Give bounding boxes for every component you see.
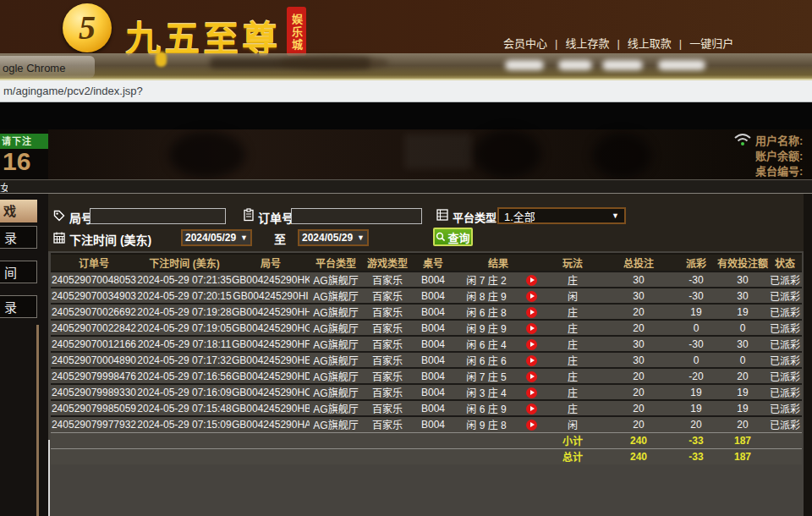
date-to-value: 2024/05/29 bbox=[302, 232, 353, 244]
table-row: 240529079985059 2024-05-29 07:15:48 GB00… bbox=[51, 400, 802, 416]
blurred-text bbox=[505, 60, 544, 70]
col-order-no: 订单号 bbox=[51, 254, 137, 272]
bet-records-table: 订单号 下注时间 (美东) 局号 平台类型 游戏类型 桌号 结果 玩法 总投注 … bbox=[51, 253, 802, 464]
cell-play-type: 闲 bbox=[543, 416, 602, 432]
cell-bet-time: 2024-05-29 07:16:56 bbox=[137, 368, 232, 384]
nav-online-withdraw[interactable]: 线上取款 bbox=[628, 37, 672, 50]
replay-play-icon[interactable] bbox=[526, 371, 537, 382]
cell-bet-time: 2024-05-29 07:16:09 bbox=[137, 384, 232, 400]
sidebar-tab-active[interactable]: 戏 bbox=[0, 200, 37, 222]
cell-payout: 19 bbox=[675, 304, 717, 320]
replay-play-icon[interactable] bbox=[526, 387, 537, 398]
sidebar-tab[interactable]: 录 bbox=[0, 295, 37, 318]
cell-play-type: 庄 bbox=[543, 320, 602, 336]
account-balance-label: 账户余额: bbox=[755, 147, 812, 163]
cell-bet-time: 2024-05-29 07:21:35 bbox=[137, 272, 232, 288]
replay-play-icon[interactable] bbox=[526, 323, 537, 334]
cell-round-no: GB004245290HG bbox=[232, 320, 310, 336]
cell-bet-time: 2024-05-29 07:17:32 bbox=[137, 352, 232, 368]
col-round-no: 局号 bbox=[232, 254, 310, 272]
cell-result: 闲 9 庄 8 bbox=[453, 416, 519, 432]
col-valid-bet: 有效投注额 bbox=[717, 254, 768, 272]
page-edge-strip bbox=[48, 440, 50, 516]
blurred-text bbox=[602, 60, 643, 70]
cell-payout: -20 bbox=[675, 368, 717, 384]
cell-status: 已派彩 bbox=[768, 288, 802, 304]
silhouette bbox=[169, 131, 245, 178]
col-status: 状态 bbox=[768, 254, 802, 272]
silhouette bbox=[474, 129, 541, 178]
cell-order-no: 240529070026692 bbox=[51, 304, 137, 320]
col-total-bet: 总投注 bbox=[602, 254, 675, 272]
search-icon bbox=[436, 232, 446, 242]
subtotal-valid-bet: 187 bbox=[717, 432, 768, 448]
cell-valid-bet: 19 bbox=[717, 400, 768, 416]
cell-valid-bet: 30 bbox=[717, 288, 768, 304]
platform-type-value: 1.全部 bbox=[504, 208, 535, 224]
date-from-select[interactable]: 2024/05/29 ▼ bbox=[181, 229, 252, 246]
cell-result: 闲 6 庄 8 bbox=[453, 304, 519, 320]
right-margin bbox=[804, 194, 812, 516]
cell-table-no: B004 bbox=[413, 336, 453, 352]
search-button[interactable]: 查询 bbox=[433, 228, 473, 246]
cell-round-no: GB004245290HH bbox=[232, 304, 310, 320]
table-row: 240529079989330 2024-05-29 07:16:09 GB00… bbox=[51, 384, 802, 400]
cell-table-no: B004 bbox=[413, 352, 453, 368]
date-from-value: 2024/05/29 bbox=[185, 232, 236, 244]
nav-member-center[interactable]: 会员中心 bbox=[503, 37, 547, 50]
table-row: 240529070004890 2024-05-29 07:17:32 GB00… bbox=[51, 352, 802, 368]
sidebar-tab-label: 录 bbox=[4, 231, 17, 245]
replay-play-icon[interactable] bbox=[526, 420, 537, 431]
list-icon bbox=[436, 208, 449, 222]
cell-status: 已派彩 bbox=[768, 336, 802, 352]
cell-order-no: 240529079998476 bbox=[51, 368, 137, 384]
cell-table-no: B004 bbox=[413, 416, 453, 432]
cell-total-bet: 20 bbox=[602, 320, 675, 336]
tag-icon bbox=[52, 209, 66, 222]
top-nav: 会员中心|线上存款|线上取款|一键归户 bbox=[503, 35, 733, 51]
cell-play-type: 庄 bbox=[543, 400, 602, 416]
cell-status: 已派彩 bbox=[768, 400, 802, 416]
cell-table-no: B004 bbox=[413, 400, 453, 416]
grand-total-total-bet: 240 bbox=[602, 448, 675, 464]
url-text: m/agingame/pcv2/index.jsp? bbox=[3, 85, 143, 97]
nav-online-deposit[interactable]: 线上存款 bbox=[565, 37, 609, 50]
cell-valid-bet: 19 bbox=[717, 384, 768, 400]
cell-total-bet: 30 bbox=[602, 336, 675, 352]
sidebar-tab[interactable]: 间 bbox=[0, 261, 37, 283]
date-to-select[interactable]: 2024/05/29 ▼ bbox=[298, 229, 369, 246]
clipboard-icon bbox=[242, 208, 255, 222]
round-no-input[interactable] bbox=[90, 208, 226, 224]
cell-status: 已派彩 bbox=[768, 304, 802, 320]
cell-platform: AG旗舰厅 bbox=[310, 304, 362, 320]
platform-type-select[interactable]: 1.全部 ▼ bbox=[497, 207, 626, 224]
col-result: 结果 bbox=[453, 254, 543, 272]
cell-result: 闲 8 庄 9 bbox=[453, 288, 519, 304]
replay-play-icon[interactable] bbox=[526, 275, 537, 286]
cell-result: 闲 3 庄 4 bbox=[453, 384, 519, 400]
cell-round-no: GB004245290HF bbox=[232, 336, 310, 352]
cell-round-no: GB004245290HC bbox=[232, 384, 310, 400]
replay-play-icon[interactable] bbox=[526, 355, 537, 366]
col-game-type: 游戏类型 bbox=[362, 254, 413, 272]
logo-badge: 娱乐城 bbox=[287, 7, 306, 56]
replay-play-icon[interactable] bbox=[526, 307, 537, 318]
col-bet-time: 下注时间 (美东) bbox=[137, 254, 232, 272]
col-payout: 派彩 bbox=[675, 254, 717, 272]
cell-table-no: B004 bbox=[413, 304, 453, 320]
replay-play-icon[interactable] bbox=[526, 403, 537, 414]
cell-order-no: 240529070034903 bbox=[51, 288, 137, 304]
cell-bet-time: 2024-05-29 07:20:15 bbox=[137, 288, 232, 304]
cell-replay bbox=[519, 368, 543, 384]
blurred-gold-fragment bbox=[156, 52, 167, 67]
sidebar-tab[interactable]: 录 bbox=[0, 226, 37, 249]
cell-platform: AG旗舰厅 bbox=[310, 272, 362, 288]
order-no-input[interactable] bbox=[291, 208, 422, 224]
cell-game-type: 百家乐 bbox=[362, 272, 413, 288]
sidebar-tab-label: 戏 bbox=[3, 204, 16, 218]
cell-payout: 19 bbox=[675, 400, 717, 416]
nav-one-key-transfer[interactable]: 一键归户 bbox=[689, 37, 733, 50]
replay-play-icon[interactable] bbox=[526, 291, 537, 302]
replay-play-icon[interactable] bbox=[526, 339, 537, 350]
chevron-down-icon: ▼ bbox=[240, 233, 248, 242]
